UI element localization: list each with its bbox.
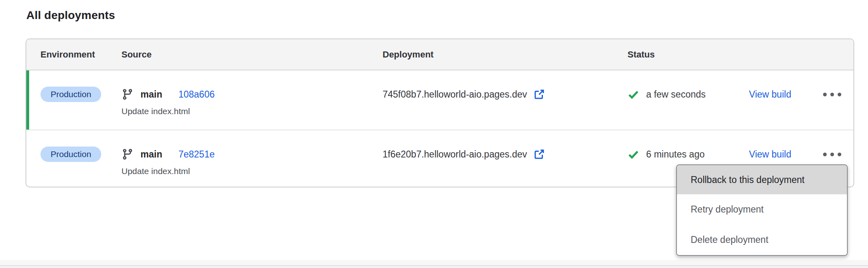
footer-divider	[0, 260, 868, 268]
commit-message: Update index.html	[121, 166, 383, 177]
git-branch-icon	[121, 148, 134, 160]
branch-name: main	[140, 149, 162, 160]
page-title: All deployments	[26, 9, 115, 22]
deployment-url: 1f6e20b7.helloworld-aio.pages.dev	[383, 149, 527, 160]
view-build-link[interactable]: View build	[749, 89, 791, 100]
commit-link[interactable]: 108a606	[179, 89, 215, 100]
commit-message: Update index.html	[121, 106, 383, 117]
table-row: Production main 108a606 Update index.htm…	[26, 70, 853, 130]
git-branch-icon	[121, 88, 134, 100]
status-time: a few seconds	[646, 89, 706, 100]
menu-item-delete[interactable]: Delete deployment	[677, 225, 847, 255]
column-header-deployment: Deployment	[383, 49, 628, 60]
table-header-row: Environment Source Deployment Status	[26, 39, 853, 70]
column-header-source: Source	[121, 49, 383, 60]
ellipsis-icon[interactable]	[822, 90, 842, 99]
external-link-icon[interactable]	[533, 88, 545, 100]
row-actions-menu: Rollback to this deployment Retry deploy…	[676, 164, 848, 256]
environment-badge: Production	[40, 147, 101, 162]
status-time: 6 minutes ago	[646, 149, 704, 160]
environment-badge: Production	[40, 87, 101, 102]
branch-name: main	[140, 89, 162, 100]
column-header-status: Status	[628, 49, 749, 60]
menu-item-rollback[interactable]: Rollback to this deployment	[677, 165, 847, 194]
deployment-url: 745f08b7.helloworld-aio.pages.dev	[383, 89, 527, 100]
check-icon	[628, 149, 639, 160]
ellipsis-icon[interactable]	[822, 150, 842, 159]
column-header-environment: Environment	[40, 49, 121, 60]
external-link-icon[interactable]	[533, 148, 545, 160]
commit-link[interactable]: 7e8251e	[179, 149, 215, 160]
check-icon	[628, 89, 639, 100]
view-build-link[interactable]: View build	[749, 149, 791, 160]
menu-item-retry[interactable]: Retry deployment	[677, 194, 847, 225]
